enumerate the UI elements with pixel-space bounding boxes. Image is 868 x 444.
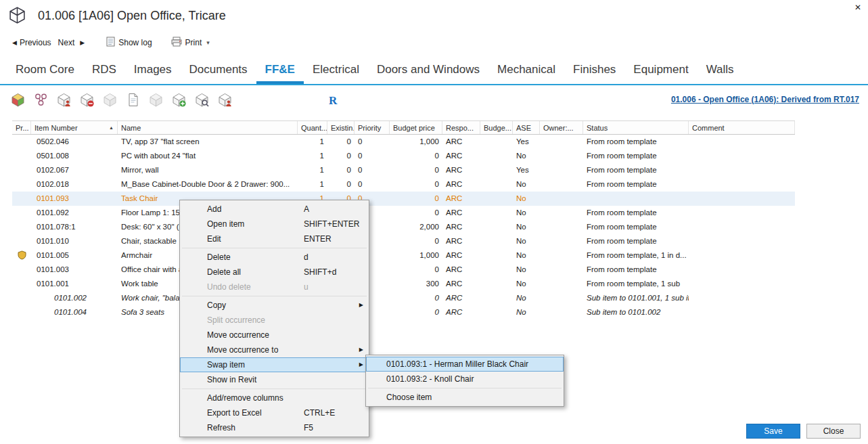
column-header-name[interactable]: Name — [118, 121, 298, 134]
table-row-0102-067[interactable]: 0102.067Mirror, wall1000ARCYesFrom room … — [12, 163, 795, 177]
column-header-existin[interactable]: Existin... — [327, 121, 355, 134]
table-row-0101-010[interactable]: 0101.010Chair, stackable0ARCNoFrom room … — [12, 234, 795, 248]
table-row-0101-002[interactable]: 0101.002Work chair, "balance"0ARCNoSub i… — [12, 291, 795, 305]
revit-icon[interactable]: R — [327, 93, 341, 107]
table-row-0101-093[interactable]: 0101.093Task Chair1000ARCNo — [12, 192, 795, 206]
cell-ase: No — [513, 291, 540, 305]
table-row-0502-046[interactable]: 0502.046TV, app 37 "flat screen1001,000A… — [12, 135, 795, 149]
column-header-pr[interactable]: Pr... — [12, 121, 31, 134]
menu-item-delete-all[interactable]: Delete allSHIFT+d — [180, 265, 369, 280]
menu-separator — [182, 248, 367, 248]
menu-item-edit[interactable]: EditENTER — [180, 231, 369, 246]
table-row-0102-018[interactable]: 0102.018M_Base Cabinet-Double Door & 2 D… — [12, 177, 795, 192]
tab-rds[interactable]: RDS — [83, 57, 125, 84]
cell-pr — [12, 192, 31, 206]
menu-item-swap-item[interactable]: Swap item▶ — [180, 357, 369, 372]
table-row-0101-004[interactable]: 0101.004Sofa 3 seats0ARCNoSub item to 01… — [12, 305, 795, 319]
next-arrow-icon[interactable]: ▶ — [80, 39, 85, 46]
package-disabled-icon[interactable] — [149, 93, 163, 107]
item-disabled-icon[interactable] — [103, 93, 117, 107]
column-label: Budge... — [484, 124, 511, 132]
cell-responsible: ARC — [442, 163, 480, 177]
cell-responsible: ARC — [442, 192, 480, 206]
table-row-0101-005[interactable]: 0101.005Armchair1,000ARCNoFrom room temp… — [12, 248, 795, 263]
tab-finishes[interactable]: Finishes — [564, 57, 624, 84]
cell-comment — [689, 263, 795, 277]
menu-item-open-item[interactable]: Open itemSHIFT+ENTER — [180, 217, 369, 231]
menu-item-label: Delete — [207, 252, 231, 262]
tab-images[interactable]: Images — [125, 57, 181, 84]
items-icon[interactable] — [34, 93, 48, 107]
column-header-priority[interactable]: Priority — [355, 121, 390, 134]
table-row-0101-092[interactable]: 0101.092Floor Lamp 1: 150 w0ARCNoFrom ro… — [12, 206, 795, 220]
print-button[interactable]: Print ▾ — [171, 37, 210, 49]
menu-item-add-remove-columns[interactable]: Add/remove columns — [180, 391, 369, 405]
tab-room-core[interactable]: Room Core — [7, 57, 83, 84]
column-header-budge[interactable]: Budge... — [480, 121, 513, 134]
menu-item-show-in-revit[interactable]: Show in Revit — [180, 372, 369, 387]
cell-comment — [689, 248, 795, 263]
menu-item-refresh[interactable]: RefreshF5 — [180, 420, 369, 435]
column-header-owner[interactable]: Owner:... — [540, 121, 583, 134]
menu-item-move-occurrence-to[interactable]: Move occurrence to▶ — [180, 342, 369, 357]
occurrence-delete-icon[interactable] — [80, 93, 94, 107]
menu-item-export-to-excel[interactable]: Export to ExcelCTRL+E — [180, 405, 369, 420]
document-icon[interactable] — [126, 93, 140, 107]
menu-item-copy[interactable]: Copy▶ — [180, 298, 369, 313]
column-header-item-number[interactable]: Item Number▲ — [31, 121, 118, 134]
cell-owner — [540, 163, 583, 177]
show-log-button[interactable]: Show log — [106, 37, 152, 49]
cell-item-number: 0101.093 — [31, 192, 118, 206]
table-row-0101-003[interactable]: 0101.003Office chair with ar0ARCNoFrom r… — [12, 263, 795, 277]
shield-icon — [16, 250, 28, 260]
cell-status: From room template — [583, 149, 689, 163]
cell-budget — [480, 220, 513, 234]
next-button[interactable]: Next — [58, 38, 75, 47]
print-dropdown-caret-icon[interactable]: ▾ — [206, 39, 210, 46]
window-close-button[interactable]: ✕ — [854, 3, 861, 12]
tab-ff-e[interactable]: FF&E — [256, 57, 304, 84]
tab-documents[interactable]: Documents — [181, 57, 256, 84]
cell-budget-price: 0 — [390, 163, 442, 177]
tab-walls[interactable]: Walls — [698, 57, 743, 84]
column-header-budget-price[interactable]: Budget price — [390, 121, 442, 134]
drofus-logo-icon — [8, 6, 26, 27]
column-header-respo[interactable]: Respo... — [442, 121, 480, 134]
submenu-item-choose-item[interactable]: Choose item — [366, 390, 564, 405]
cell-status: From room template — [583, 163, 689, 177]
cell-pr — [12, 305, 31, 319]
table-row-0101-078-1[interactable]: 0101.078:1Desk: 60" x 30" (Lef2,000ARCNo… — [12, 220, 795, 234]
cell-pr — [12, 135, 31, 149]
previous-arrow-icon[interactable]: ◀ — [12, 39, 17, 46]
occurrence-person-icon[interactable] — [218, 93, 232, 107]
occurrence-icon[interactable] — [57, 93, 71, 107]
cell-owner — [540, 305, 583, 319]
previous-button[interactable]: Previous — [20, 38, 51, 47]
item-add-icon[interactable] — [172, 93, 186, 107]
menu-item-delete[interactable]: Deleted — [180, 250, 369, 265]
cell-ase: No — [513, 192, 540, 206]
cell-status: From room template — [583, 263, 689, 277]
tab-doors-and-windows[interactable]: Doors and Windows — [368, 57, 488, 84]
tab-equipment[interactable]: Equipment — [624, 57, 697, 84]
close-button[interactable]: Close — [806, 424, 861, 439]
tab-electrical[interactable]: Electrical — [304, 57, 368, 84]
menu-item-add[interactable]: AddA — [180, 202, 369, 217]
table-row-0501-008[interactable]: 0501.008PC with about 24 "flat1000ARCNoF… — [12, 149, 795, 163]
submenu-item-0101-093-2-knoll-chair[interactable]: 0101.093:2 - Knoll Chair — [366, 372, 564, 386]
submenu-arrow-icon: ▶ — [359, 298, 363, 313]
column-header-comment[interactable]: Comment — [689, 121, 795, 134]
cell-comment — [689, 291, 795, 305]
column-header-status[interactable]: Status — [583, 121, 689, 134]
menu-item-move-occurrence[interactable]: Move occurrence — [180, 328, 369, 342]
submenu-item-label: Choose item — [386, 393, 432, 402]
item-search-icon[interactable] — [195, 93, 209, 107]
column-header-quant[interactable]: Quant... — [298, 121, 327, 134]
tab-mechanical[interactable]: Mechanical — [488, 57, 564, 84]
submenu-item-0101-093-1-herman-miller-black-chair[interactable]: 0101.093:1 - Herman Miller Black Chair — [366, 357, 564, 372]
column-header-ase[interactable]: ASE — [513, 121, 540, 134]
table-row-0101-001[interactable]: 0101.001Work table300ARCNoFrom room temp… — [12, 277, 795, 291]
item-new-icon[interactable] — [11, 93, 25, 107]
save-button[interactable]: Save — [746, 424, 800, 439]
derived-from-template-link[interactable]: 01.006 - Open Office (1A06): Derived fro… — [671, 95, 859, 104]
